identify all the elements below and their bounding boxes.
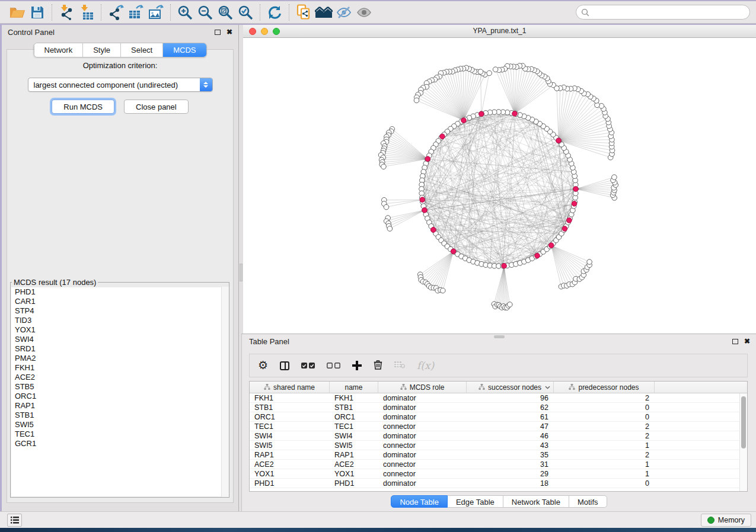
memory-button[interactable]: Memory (701, 514, 751, 527)
add-column-icon[interactable] (352, 361, 362, 370)
task-history-button[interactable] (7, 514, 22, 527)
cell-MCDS-role[interactable]: dominator (378, 394, 467, 402)
zoom-fit-icon[interactable] (215, 4, 235, 21)
cell-predecessor-nodes[interactable]: 0 (554, 403, 655, 412)
open-file-icon[interactable] (7, 4, 27, 21)
close-window-icon[interactable] (249, 28, 256, 35)
cell-MCDS-role[interactable]: connector (378, 441, 467, 450)
cell-predecessor-nodes[interactable]: 2 (554, 432, 655, 440)
float-table-panel-icon[interactable] (732, 339, 738, 344)
mcds-node-item[interactable]: YOX1 (11, 325, 228, 335)
close-table-panel-icon[interactable]: ✖ (744, 338, 750, 345)
cell-shared-name[interactable]: STB1 (250, 403, 330, 412)
cell-successor-nodes[interactable]: 46 (467, 432, 554, 440)
close-panel-icon[interactable]: ✖ (227, 28, 232, 36)
first-neighbors-icon[interactable] (314, 4, 334, 21)
cell-successor-nodes[interactable]: 18 (467, 479, 554, 488)
cell-shared-name[interactable]: PHD1 (250, 479, 330, 488)
export-network-icon[interactable] (106, 4, 126, 21)
cell-MCDS-role[interactable]: connector (378, 470, 467, 478)
hide-selected-icon[interactable] (334, 4, 354, 21)
search-input[interactable] (589, 7, 749, 18)
column-header-MCDS-role[interactable]: MCDS role (378, 382, 467, 393)
cell-name[interactable]: ACE2 (330, 460, 378, 469)
cell-shared-name[interactable]: RAP1 (250, 451, 330, 459)
cell-predecessor-nodes[interactable]: 2 (554, 451, 655, 459)
mcds-node-item[interactable]: STP4 (11, 306, 228, 316)
table-scrollbar-thumb[interactable] (741, 396, 746, 448)
column-header-name[interactable]: name (330, 382, 378, 393)
mcds-node-item[interactable]: PMA2 (11, 354, 228, 363)
zoom-in-icon[interactable] (175, 4, 195, 21)
mcds-node-item[interactable]: ACE2 (11, 373, 228, 382)
cell-shared-name[interactable]: ORC1 (250, 413, 330, 421)
table-row[interactable]: STB1STB1dominator620 (250, 403, 747, 412)
mcds-node-item[interactable]: STB5 (11, 382, 228, 392)
cell-MCDS-role[interactable]: connector (378, 460, 467, 469)
cell-shared-name[interactable]: FKH1 (250, 394, 330, 402)
splitter-grip[interactable] (240, 264, 243, 281)
show-all-icon[interactable] (354, 4, 374, 21)
refresh-icon[interactable] (264, 4, 285, 21)
cell-successor-nodes[interactable]: 31 (467, 460, 554, 469)
tab-network[interactable]: Network (34, 43, 83, 57)
mcds-node-item[interactable]: PHD1 (11, 287, 228, 297)
import-network-icon[interactable] (56, 4, 76, 21)
cell-successor-nodes[interactable]: 62 (467, 403, 554, 412)
cell-predecessor-nodes[interactable]: 0 (554, 479, 655, 488)
criterion-select[interactable]: largest connected component (undirected) (28, 78, 213, 92)
cell-MCDS-role[interactable]: dominator (378, 451, 467, 459)
delete-column-icon[interactable] (374, 360, 382, 372)
cell-name[interactable]: STB1 (330, 403, 378, 412)
cell-MCDS-role[interactable]: dominator (378, 479, 467, 488)
tab-edge-table[interactable]: Edge Table (448, 495, 503, 508)
select-all-icon[interactable] (301, 363, 315, 368)
search-box[interactable] (576, 5, 750, 20)
table-scrollbar[interactable] (739, 393, 747, 491)
cell-successor-nodes[interactable]: 61 (467, 413, 554, 421)
mcds-node-item[interactable]: GCR1 (11, 439, 228, 448)
table-row[interactable]: RAP1RAP1dominator352 (250, 450, 747, 460)
cell-predecessor-nodes[interactable]: 1 (554, 470, 655, 478)
mcds-node-item[interactable]: STB1 (11, 411, 228, 420)
cell-shared-name[interactable]: SWI5 (250, 441, 330, 450)
cell-successor-nodes[interactable]: 47 (467, 422, 554, 431)
cell-predecessor-nodes[interactable]: 1 (554, 441, 655, 450)
cell-name[interactable]: SWI5 (330, 441, 378, 450)
table-row[interactable]: FKH1FKH1dominator962 (250, 393, 747, 403)
run-mcds-button[interactable]: Run MCDS (52, 100, 114, 114)
float-panel-icon[interactable] (215, 30, 221, 35)
table-row[interactable]: TEC1TEC1connector472 (250, 422, 747, 431)
cell-name[interactable]: TEC1 (330, 422, 378, 431)
cell-MCDS-role[interactable]: dominator (378, 413, 467, 421)
mcds-node-item[interactable]: SWI4 (11, 335, 228, 344)
cell-name[interactable]: SWI4 (330, 432, 378, 440)
column-header-shared-name[interactable]: shared name (250, 382, 330, 393)
minimize-window-icon[interactable] (261, 28, 268, 35)
cell-successor-nodes[interactable]: 29 (467, 470, 554, 478)
cell-shared-name[interactable]: YOX1 (250, 470, 330, 478)
mcds-node-item[interactable]: FKH1 (11, 363, 228, 373)
import-table-icon[interactable] (76, 4, 97, 21)
cell-predecessor-nodes[interactable]: 2 (554, 422, 655, 431)
export-image-icon[interactable] (146, 4, 166, 21)
network-window-titlebar[interactable]: YPA_prune.txt_1 (243, 25, 756, 38)
tab-motifs[interactable]: Motifs (569, 495, 607, 508)
column-header-predecessor-nodes[interactable]: predecessor nodes (554, 382, 655, 393)
tab-node-table[interactable]: Node Table (391, 495, 448, 508)
cell-MCDS-role[interactable]: dominator (378, 432, 467, 440)
table-row[interactable]: PHD1PHD1dominator180 (250, 479, 747, 488)
table-row[interactable]: YOX1YOX1connector291 (250, 469, 747, 479)
table-row[interactable]: ORC1ORC1dominator610 (250, 412, 747, 422)
mcds-node-item[interactable]: RAP1 (11, 401, 228, 411)
network-graph[interactable] (243, 38, 756, 334)
cell-predecessor-nodes[interactable]: 0 (554, 413, 655, 421)
tab-mcds[interactable]: MCDS (163, 43, 206, 57)
maximize-window-icon[interactable] (273, 28, 280, 35)
cell-name[interactable]: ORC1 (330, 413, 378, 421)
mcds-node-item[interactable]: ORC1 (11, 392, 228, 401)
cell-shared-name[interactable]: SWI4 (250, 432, 330, 440)
cell-name[interactable]: RAP1 (330, 451, 378, 459)
deselect-all-icon[interactable] (327, 363, 340, 368)
cell-MCDS-role[interactable]: connector (378, 422, 467, 431)
